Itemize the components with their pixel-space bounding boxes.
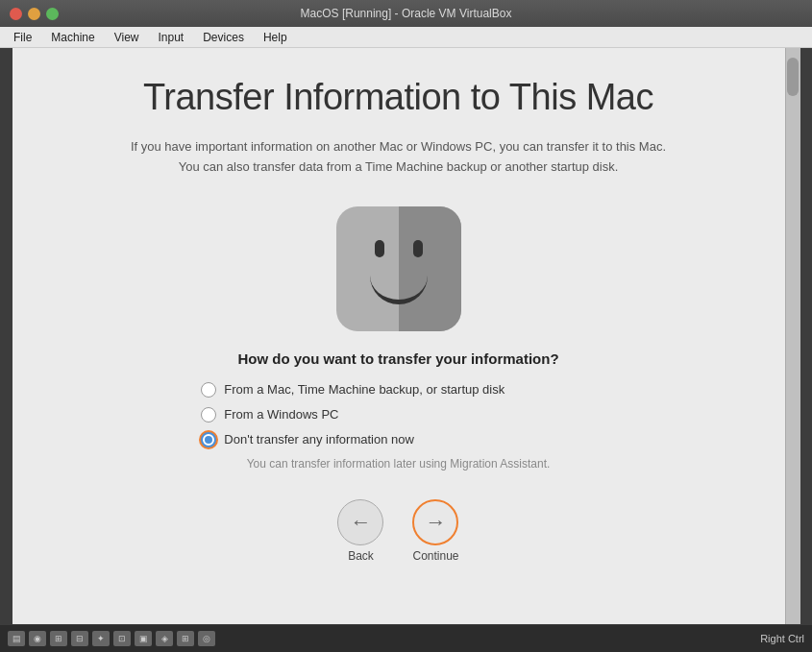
status-icon-8: ◈ — [156, 631, 173, 646]
window-title: MacOS [Running] - Oracle VM VirtualBox — [301, 7, 512, 20]
subtitle-text: If you have important information on ano… — [131, 137, 666, 178]
status-icons: ▤ ◉ ⊞ ⊟ ✦ ⊡ ▣ ◈ ⊞ ◎ — [8, 631, 215, 646]
finder-eye-left — [375, 240, 384, 257]
subtitle-line2: You can also transfer data from a Time M… — [179, 159, 619, 174]
finder-smile — [370, 276, 428, 304]
radio-options-group: From a Mac, Time Machine backup, or star… — [201, 382, 504, 447]
close-button[interactable] — [10, 8, 22, 20]
finder-eyes — [360, 240, 437, 257]
navigation-buttons: ← Back → Continue — [337, 499, 458, 563]
maximize-button[interactable] — [46, 8, 59, 20]
menu-input[interactable]: Input — [149, 29, 194, 46]
option-mac-label: From a Mac, Time Machine backup, or star… — [224, 382, 504, 397]
title-bar: MacOS [Running] - Oracle VM VirtualBox — [0, 0, 812, 27]
back-button-circle: ← — [337, 499, 383, 545]
continue-button-label: Continue — [412, 549, 458, 563]
menu-devices[interactable]: Devices — [193, 29, 254, 46]
status-icon-4: ⊟ — [71, 631, 88, 646]
right-ctrl-label: Right Ctrl — [760, 633, 804, 644]
status-icon-5: ✦ — [92, 631, 110, 646]
finder-eye-right — [413, 240, 423, 257]
menu-view[interactable]: View — [105, 29, 149, 46]
finder-icon — [336, 206, 461, 331]
back-button[interactable]: ← Back — [337, 499, 383, 563]
status-icon-10: ◎ — [198, 631, 215, 646]
menu-file[interactable]: File — [4, 29, 41, 46]
setup-assistant: Transfer Information to This Mac If you … — [12, 48, 785, 624]
page-title: Transfer Information to This Mac — [143, 77, 653, 118]
scrollbar-thumb[interactable] — [787, 58, 799, 96]
status-icon-1: ▤ — [8, 631, 25, 646]
back-button-label: Back — [348, 549, 374, 563]
subtitle-line1: If you have important information on ano… — [131, 139, 666, 154]
back-arrow-icon: ← — [350, 510, 371, 535]
option-none-label: Don't transfer any information now — [224, 432, 414, 447]
window-controls[interactable] — [10, 8, 59, 20]
hint-text: You can transfer information later using… — [247, 457, 551, 471]
menu-machine[interactable]: Machine — [41, 29, 104, 46]
vm-display: Transfer Information to This Mac If you … — [0, 48, 812, 625]
status-icon-9: ⊞ — [177, 631, 194, 646]
continue-button-circle: → — [412, 499, 458, 545]
continue-arrow-icon: → — [425, 510, 446, 535]
status-icon-6: ⊡ — [113, 631, 131, 646]
radio-mac[interactable] — [201, 382, 216, 398]
finder-face — [336, 206, 461, 331]
status-icon-7: ▣ — [135, 631, 152, 646]
continue-button[interactable]: → Continue — [412, 499, 458, 563]
option-none[interactable]: Don't transfer any information now — [201, 432, 504, 447]
status-bar: ▤ ◉ ⊞ ⊟ ✦ ⊡ ▣ ◈ ⊞ ◎ Right Ctrl — [0, 625, 812, 652]
radio-none[interactable] — [201, 432, 216, 447]
menu-help[interactable]: Help — [254, 29, 297, 46]
minimize-button[interactable] — [28, 8, 40, 20]
status-icon-3: ⊞ — [50, 631, 67, 646]
transfer-question: How do you want to transfer your informa… — [237, 350, 558, 367]
option-mac[interactable]: From a Mac, Time Machine backup, or star… — [201, 382, 504, 398]
status-icon-2: ◉ — [29, 631, 46, 646]
scrollbar-track[interactable] — [785, 48, 800, 624]
option-windows-label: From a Windows PC — [224, 407, 338, 422]
vm-screen: Transfer Information to This Mac If you … — [12, 48, 800, 624]
radio-windows[interactable] — [201, 407, 216, 423]
menu-bar: File Machine View Input Devices Help — [0, 27, 812, 48]
option-windows[interactable]: From a Windows PC — [201, 407, 504, 423]
